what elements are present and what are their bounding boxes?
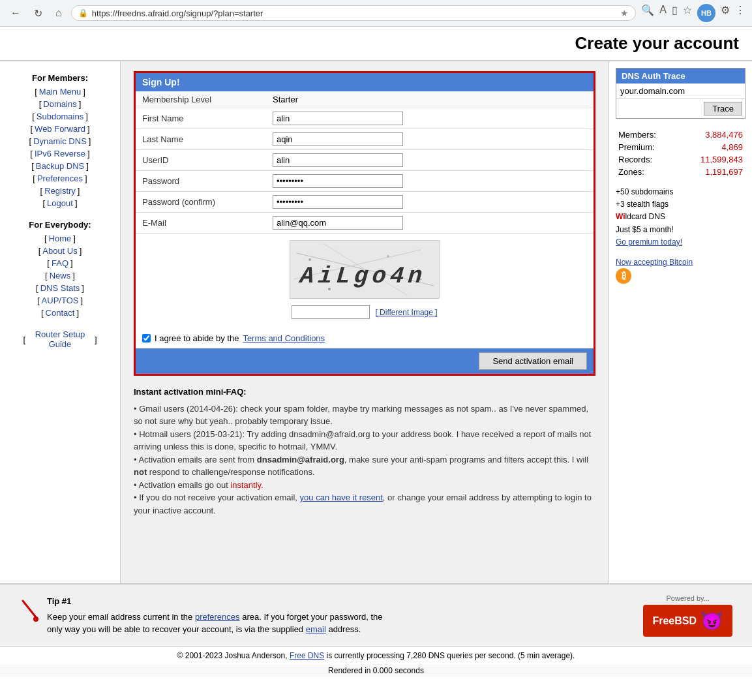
dns-stats-link[interactable]: DNS Stats xyxy=(40,283,80,293)
email-row: E-Mail xyxy=(136,213,594,234)
url-text: https://freedns.afraid.org/signup/?plan=… xyxy=(92,8,617,18)
records-label: Records: xyxy=(616,153,677,166)
stealth-perk: +3 stealth flags xyxy=(616,198,745,211)
tip-left: Tip #1 Keep your email address current i… xyxy=(20,595,385,636)
web-forward-link[interactable]: Web Forward xyxy=(35,124,85,134)
faq-section: Instant activation mini-FAQ: • Gmail use… xyxy=(134,386,595,517)
trace-button[interactable]: Trace xyxy=(704,102,742,115)
registry-link[interactable]: Registry xyxy=(44,186,76,196)
main-menu-link[interactable]: Main Menu xyxy=(39,87,81,97)
router-guide-link[interactable]: Router SetupGuide xyxy=(27,329,93,349)
sidebar-item-preferences[interactable]: [ Preferences ] xyxy=(0,172,120,185)
wildcard-rest: ldcard DNS xyxy=(625,212,665,221)
sidebar-item-domains[interactable]: [ Domains ] xyxy=(0,98,120,110)
home-button[interactable]: ⌂ xyxy=(52,6,66,20)
sidebar-item-home[interactable]: [ Home ] xyxy=(0,232,120,245)
backup-dns-link[interactable]: Backup DNS xyxy=(36,161,84,171)
svg-point-6 xyxy=(387,255,389,258)
dynamic-dns-link[interactable]: Dynamic DNS xyxy=(33,136,87,146)
password-label: Password xyxy=(142,176,273,186)
back-button[interactable]: ← xyxy=(7,6,25,20)
search-icon: 🔍 xyxy=(641,4,654,22)
email-tip-link[interactable]: email xyxy=(306,624,326,634)
sidebar-item-dynamic-dns[interactable]: [ Dynamic DNS ] xyxy=(0,135,120,147)
last-name-value[interactable] xyxy=(273,132,587,146)
dns-auth-header: DNS Auth Trace xyxy=(616,68,745,84)
sidebar-item-dns-stats[interactable]: [ DNS Stats ] xyxy=(0,282,120,294)
userid-input[interactable] xyxy=(273,153,403,167)
sidebar-item-aup-tos[interactable]: [ AUP/TOS ] xyxy=(0,294,120,307)
dns-auth-box: DNS Auth Trace Trace xyxy=(616,68,745,119)
tip-pencil-icon xyxy=(20,598,39,628)
email-input[interactable] xyxy=(273,216,403,230)
sidebar-item-about-us[interactable]: [ About Us ] xyxy=(0,245,120,257)
sidebar-item-faq[interactable]: [ FAQ ] xyxy=(0,257,120,269)
different-image-link[interactable]: [ Different Image ] xyxy=(375,308,437,317)
subdomains-link[interactable]: Subdomains xyxy=(37,112,83,121)
everybody-section-title: For Everybody: xyxy=(0,215,120,232)
first-name-value[interactable] xyxy=(273,112,587,125)
main-layout: For Members: [ Main Menu ] [ Domains ] [… xyxy=(0,61,752,583)
bitcoin-box: Now accepting Bitcoin ₿ xyxy=(616,256,745,284)
sidebar-item-main-menu[interactable]: [ Main Menu ] xyxy=(0,85,120,98)
bitcoin-link[interactable]: Now accepting Bitcoin xyxy=(616,258,693,267)
domains-link[interactable]: Domains xyxy=(43,99,76,109)
password-input[interactable] xyxy=(273,174,403,188)
sidebar-item-logout[interactable]: [ Logout ] xyxy=(0,197,120,209)
submit-row: Send activation email xyxy=(136,348,594,374)
subdomains-perk: +50 subdomains xyxy=(616,186,745,198)
members-value: 3,884,476 xyxy=(677,129,745,141)
faq-content: • Gmail users (2014-04-26): check your s… xyxy=(134,403,595,517)
faq-title: Instant activation mini-FAQ: xyxy=(134,386,595,399)
sidebar-item-web-forward[interactable]: [ Web Forward ] xyxy=(0,123,120,135)
last-name-row: Last Name xyxy=(136,129,594,150)
preferences-link[interactable]: Preferences xyxy=(37,174,83,183)
user-avatar: HB xyxy=(697,4,715,22)
premium-box: +50 subdomains +3 stealth flags Wildcard… xyxy=(616,186,745,249)
dns-auth-input[interactable] xyxy=(616,84,745,99)
last-name-label: Last Name xyxy=(142,134,273,144)
aup-tos-link[interactable]: AUP/TOS xyxy=(42,296,79,305)
submit-button[interactable]: Send activation email xyxy=(479,352,587,370)
sidebar-item-news[interactable]: [ News ] xyxy=(0,269,120,282)
faq-link[interactable]: FAQ xyxy=(52,258,68,268)
svg-line-10 xyxy=(23,601,36,617)
contact-link[interactable]: Contact xyxy=(46,308,75,318)
home-link[interactable]: Home xyxy=(49,234,72,243)
free-dns-link[interactable]: Free DNS xyxy=(290,651,324,660)
zones-value: 1,191,697 xyxy=(677,166,745,178)
sidebar-item-backup-dns[interactable]: [ Backup DNS ] xyxy=(0,160,120,172)
captcha-input[interactable] xyxy=(292,305,370,319)
first-name-input[interactable] xyxy=(273,112,403,125)
agree-checkbox[interactable] xyxy=(142,334,151,342)
page-title-bar: Create your account xyxy=(0,27,752,61)
font-icon: A xyxy=(659,4,667,22)
sidebar-item-router-guide[interactable]: [ Router SetupGuide ] xyxy=(0,328,120,350)
userid-label: UserID xyxy=(142,155,273,165)
terms-link[interactable]: Terms and Conditions xyxy=(243,333,325,343)
sidebar-item-contact[interactable]: [ Contact ] xyxy=(0,307,120,319)
star-icon: ☆ xyxy=(683,4,692,22)
freebsd-devil-icon: 😈 xyxy=(700,610,723,632)
password-confirm-label: Password (confirm) xyxy=(142,197,273,207)
bitcoin-icon: ₿ xyxy=(616,268,631,284)
signup-box: Sign Up! Membership Level Starter First … xyxy=(134,71,595,376)
sidebar-item-ipv6-reverse[interactable]: [ IPv6 Reverse ] xyxy=(0,147,120,160)
news-link[interactable]: News xyxy=(50,271,71,281)
go-premium-link[interactable]: Go premium today! xyxy=(616,237,682,247)
sidebar-item-subdomains[interactable]: [ Subdomains ] xyxy=(0,110,120,123)
signup-header: Sign Up! xyxy=(136,73,594,91)
userid-row: UserID xyxy=(136,150,594,171)
about-us-link[interactable]: About Us xyxy=(42,246,77,256)
wildcard-w: Wi xyxy=(616,212,625,221)
sidebar-item-registry[interactable]: [ Registry ] xyxy=(0,185,120,197)
logout-link[interactable]: Logout xyxy=(47,198,73,208)
last-name-input[interactable] xyxy=(273,132,403,146)
preferences-tip-link[interactable]: preferences xyxy=(195,612,240,622)
address-bar[interactable]: 🔒 https://freedns.afraid.org/signup/?pla… xyxy=(71,5,637,21)
tip-body: Keep your email address current in the p… xyxy=(47,611,385,636)
reload-button[interactable]: ↻ xyxy=(30,6,46,21)
freebsd-logo-text: FreeBSD xyxy=(652,615,697,627)
ipv6-reverse-link[interactable]: IPv6 Reverse xyxy=(35,149,85,159)
password-confirm-input[interactable] xyxy=(273,195,403,209)
